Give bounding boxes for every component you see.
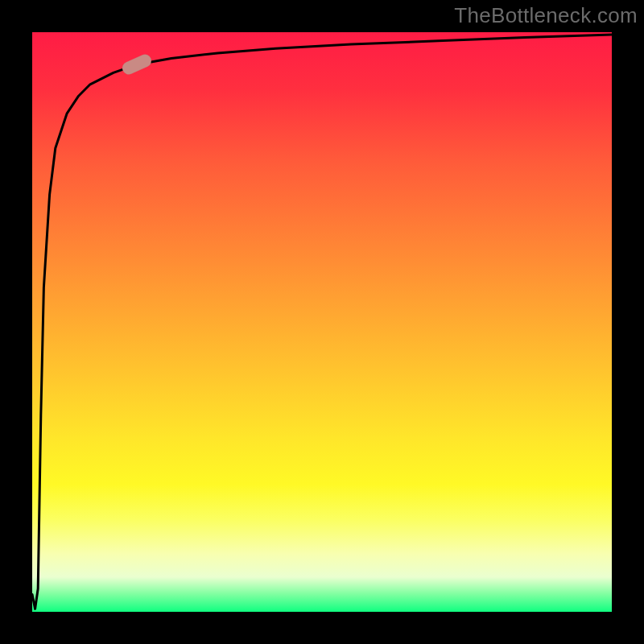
chart-container: TheBottleneck.com	[0, 0, 644, 644]
bottleneck-curve	[32, 35, 612, 609]
watermark-text: TheBottleneck.com	[454, 3, 638, 28]
plot-area	[32, 32, 612, 612]
curve-svg	[32, 32, 612, 612]
